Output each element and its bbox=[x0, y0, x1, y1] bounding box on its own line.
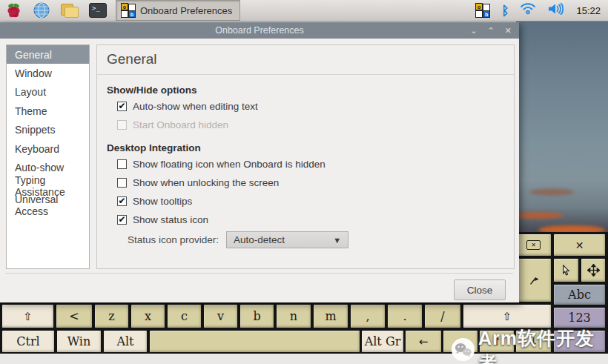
key-b[interactable]: b bbox=[239, 304, 274, 328]
page-title: General bbox=[97, 45, 514, 75]
key-label: n bbox=[290, 309, 297, 323]
checkmark-icon: ✔ bbox=[118, 215, 125, 224]
pointer-cursor-icon bbox=[561, 265, 572, 276]
key-arrow-left[interactable]: ← bbox=[405, 330, 442, 353]
close-window-icon[interactable]: ✕ bbox=[505, 27, 512, 35]
key-space[interactable] bbox=[149, 330, 360, 353]
onboard-preferences-window: Onboard Preferences ⌄ ⌃ ✕ GeneralWindowL… bbox=[0, 22, 519, 302]
sidebar-item-general[interactable]: General bbox=[7, 45, 89, 64]
key-label: Ctrl bbox=[16, 334, 39, 348]
sidebar-item-label: Keyboard bbox=[15, 143, 59, 155]
key-c[interactable]: c bbox=[167, 304, 202, 328]
wifi-icon[interactable] bbox=[520, 2, 536, 19]
option-label: Start Onboard hidden bbox=[133, 119, 228, 130]
key-move[interactable] bbox=[581, 258, 606, 282]
key-less-than[interactable]: < bbox=[56, 304, 93, 328]
sidebar-item-window[interactable]: Window bbox=[7, 64, 89, 82]
close-x-icon: ✕ bbox=[575, 239, 584, 251]
sidebar-item-theme[interactable]: Theme bbox=[7, 102, 89, 120]
key-label: ⇧ bbox=[503, 310, 512, 323]
checkbox-auto-show-when-editing-text[interactable]: ✔ bbox=[117, 102, 127, 111]
key-label: c bbox=[181, 309, 188, 323]
file-manager-icon[interactable] bbox=[61, 1, 79, 19]
key-period[interactable]: . bbox=[387, 304, 423, 328]
section-title: Show/Hide options bbox=[107, 85, 514, 96]
close-button[interactable]: Close bbox=[454, 279, 506, 300]
key-quit[interactable]: ✕ bbox=[553, 234, 606, 257]
key-ctrl[interactable]: Ctrl bbox=[1, 330, 55, 353]
key-slash[interactable]: / bbox=[424, 304, 461, 328]
checkmark-icon: ✔ bbox=[118, 196, 125, 205]
key-n[interactable]: n bbox=[276, 304, 311, 328]
unshade-window-icon[interactable]: ⌃ bbox=[488, 27, 495, 35]
sidebar-item-keyboard[interactable]: Keyboard bbox=[7, 139, 89, 158]
sidebar-item-label: Universal Access bbox=[15, 193, 89, 217]
key-win[interactable]: Win bbox=[56, 330, 102, 353]
option-row-show-floating-icon-when-onboard-is-hidden: Show floating icon when Onboard is hidde… bbox=[117, 155, 514, 173]
terminal-icon[interactable]: >_ bbox=[89, 1, 107, 19]
taskbar-window-button-label: Onboard Preferences bbox=[140, 5, 232, 16]
settings-panel: General Show/Hide options✔Auto-show when… bbox=[96, 44, 515, 269]
key-shift-right[interactable]: ⇧ bbox=[463, 304, 552, 328]
x-in-box-icon: ✕ bbox=[526, 240, 541, 250]
dropdown-value: Auto-detect bbox=[234, 234, 333, 245]
key-label: Win bbox=[67, 334, 91, 348]
checkbox-show-floating-icon-when-onboard-is-hidden[interactable] bbox=[117, 159, 127, 169]
shade-window-icon[interactable]: ⌄ bbox=[470, 27, 477, 35]
key-label: Abc bbox=[568, 288, 591, 302]
taskbar-window-button[interactable]: ob Onboard Preferences bbox=[116, 0, 240, 21]
move-cross-icon bbox=[587, 264, 600, 277]
watermark: Arm软件开发者 bbox=[451, 326, 608, 364]
status-icon-provider-row: Status icon provider:Auto-detect▼ bbox=[128, 231, 514, 248]
key-pointer[interactable] bbox=[553, 258, 579, 282]
key-abc[interactable]: Abc bbox=[553, 284, 606, 305]
web-browser-icon[interactable] bbox=[33, 1, 50, 19]
key-label: v bbox=[217, 309, 224, 323]
section-title: Desktop Integration bbox=[107, 142, 514, 153]
key-z[interactable]: z bbox=[94, 304, 129, 328]
sidebar-item-label: Auto-show bbox=[15, 162, 64, 173]
option-label: Show tooltips bbox=[133, 196, 192, 207]
key-label: b bbox=[253, 309, 260, 323]
key-label: m bbox=[325, 309, 336, 323]
checkbox-show-tooltips[interactable]: ✔ bbox=[117, 196, 127, 206]
option-row-auto-show-when-editing-text: ✔Auto-show when editing text bbox=[117, 97, 514, 116]
key-label: , bbox=[366, 309, 369, 323]
key-hide[interactable]: ✕ bbox=[515, 234, 552, 257]
key-label: Alt Gr bbox=[365, 334, 401, 348]
wechat-logo-icon bbox=[451, 337, 475, 364]
sidebar-item-layout[interactable]: Layout bbox=[7, 83, 89, 102]
status-icon-provider-dropdown[interactable]: Auto-detect▼ bbox=[226, 231, 348, 248]
sidebar-item-label: Layout bbox=[15, 86, 46, 98]
key-v[interactable]: v bbox=[203, 304, 238, 328]
key-altgr[interactable]: Alt Gr bbox=[361, 330, 404, 353]
sidebar-item-label: General bbox=[15, 49, 52, 61]
window-titlebar[interactable]: Onboard Preferences ⌄ ⌃ ✕ bbox=[0, 22, 519, 39]
taskbar: >_ ob Onboard Preferences ob ᛒ bbox=[0, 0, 608, 21]
onboard-status-icon[interactable]: ob bbox=[475, 3, 490, 18]
key-x[interactable]: x bbox=[130, 304, 165, 328]
key-123[interactable]: 123 bbox=[553, 307, 606, 328]
key-m[interactable]: m bbox=[313, 304, 348, 328]
key-alt[interactable]: Alt bbox=[103, 330, 148, 353]
sidebar-item-universal-access[interactable]: Universal Access bbox=[7, 196, 89, 214]
raspberry-menu-icon[interactable] bbox=[4, 1, 22, 19]
key-shift-left[interactable]: ⇧ bbox=[1, 304, 54, 328]
key-hook[interactable] bbox=[515, 258, 552, 302]
key-label: x bbox=[145, 309, 151, 323]
key-comma[interactable]: , bbox=[350, 304, 386, 328]
option-row-show-when-unlocking-the-screen: Show when unlocking the screen bbox=[117, 173, 514, 192]
bluetooth-icon[interactable]: ᛒ bbox=[501, 4, 509, 17]
option-row-show-tooltips: ✔Show tooltips bbox=[117, 192, 514, 211]
checkbox-start-onboard-hidden bbox=[117, 120, 127, 130]
option-label: Show status icon bbox=[133, 214, 208, 225]
checkbox-show-when-unlocking-the-screen[interactable] bbox=[117, 178, 127, 188]
key-label: . bbox=[403, 309, 406, 323]
option-row-start-onboard-hidden: Start Onboard hidden bbox=[117, 116, 514, 134]
volume-icon[interactable] bbox=[547, 2, 565, 19]
checkbox-show-status-icon[interactable]: ✔ bbox=[117, 215, 127, 225]
status-icon-provider-label: Status icon provider: bbox=[128, 234, 219, 245]
watermark-text: Arm软件开发者 bbox=[478, 326, 608, 364]
launcher-area: >_ bbox=[0, 1, 114, 19]
sidebar-item-snippets[interactable]: Snippets bbox=[7, 121, 89, 139]
